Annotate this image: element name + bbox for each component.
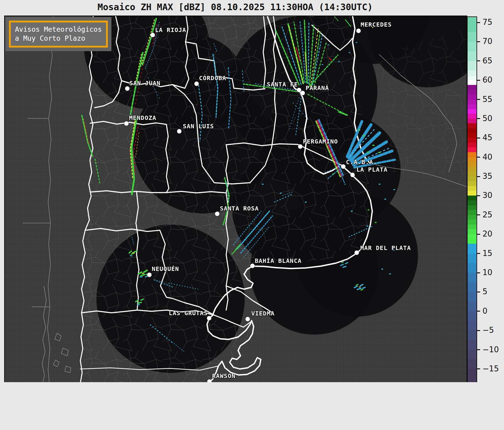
radar-map: LA RIOJAMERCEDESSAN JUANCÓRDOBASANTA FEP… <box>4 16 467 383</box>
city-marker-mendoza <box>124 121 129 126</box>
city-marker-c-a-b-a <box>341 164 346 169</box>
city-marker-la-plata <box>350 173 355 177</box>
colorbar-tick-45 <box>477 138 480 138</box>
city-label-rawson: RAWSON <box>212 372 235 379</box>
city-label-santa-rosa: SANTA ROSA <box>220 205 259 212</box>
colorbar-label-15: 15 <box>482 249 492 258</box>
city-label-pergamino: PERGAMINO <box>303 138 338 145</box>
colorbar-label-5: 5 <box>482 287 488 296</box>
colorbar-tick-50 <box>477 118 480 119</box>
city-marker-c-rdoba <box>194 82 199 86</box>
city-marker-la-rioja <box>151 33 155 37</box>
city-label-mar-del-plata: MAR DEL PLATA <box>360 244 411 251</box>
city-marker-san-luis <box>177 129 182 134</box>
page-title: Mosaico ZH MAX [dBZ] 08.10.2025 11:30HOA… <box>4 2 466 12</box>
colorbar-tick-40 <box>477 157 480 158</box>
colorbar-tick-70 <box>477 41 480 42</box>
city-label-paran: PARANÁ <box>306 84 329 92</box>
city-label-la-rioja: LA RIOJA <box>155 26 186 33</box>
radar-product-page: { "title": "Mosaico ZH MAX [dBZ] 08.10.2… <box>0 0 504 430</box>
city-marker-paran <box>301 91 305 95</box>
city-marker-mercedes <box>356 29 361 33</box>
city-marker-viedma <box>246 317 250 321</box>
colorbar-tick-5 <box>477 292 480 292</box>
colorbar-label-60: 60 <box>482 76 492 85</box>
warning-line-2: a Muy Corto Plazo <box>15 34 102 43</box>
colorbar-label-35: 35 <box>482 172 492 181</box>
city-label-las-grutas: LAS GRUTAS <box>169 309 208 317</box>
colorbar-label-20: 20 <box>482 230 492 239</box>
city-marker-bah-a-blanca <box>250 264 255 268</box>
city-label-c-a-b-a: C.A.B.A. <box>346 158 377 166</box>
colorbar-tick-20 <box>477 234 480 235</box>
colorbar-tick-0 <box>477 311 480 312</box>
colorbar-label-65: 65 <box>482 56 492 65</box>
city-label-viedma: VIEDMA <box>251 310 275 317</box>
colorbar-tick--5 <box>477 330 480 331</box>
colorbar-label-0: 0 <box>482 307 488 315</box>
city-label-c-rdoba: CÓRDOBA <box>199 74 226 82</box>
colorbar-tick-30 <box>477 195 480 196</box>
city-marker-neuqu-n <box>147 273 152 277</box>
city-layer: LA RIOJAMERCEDESSAN JUANCÓRDOBASANTA FEP… <box>5 16 467 383</box>
colorbar-label-75: 75 <box>482 18 492 27</box>
city-label-san-luis: SAN LUIS <box>183 123 214 130</box>
colorbar-label-50: 50 <box>482 114 492 123</box>
colorbar-label-30: 30 <box>482 191 492 200</box>
colorbar-tick-55 <box>477 99 480 100</box>
city-label-neuqu-n: NEUQUÉN <box>152 265 179 272</box>
city-label-bah-a-blanca: BAHÍA BLANCA <box>255 257 302 264</box>
city-label-la-plata: LA PLATA <box>356 166 387 173</box>
footer-logos: Servicio Meteorológico Nacional Argentin… <box>0 382 504 430</box>
city-marker-santa-rosa <box>215 212 220 216</box>
colorbar-tick-15 <box>477 253 480 254</box>
colorbar-tick-25 <box>477 214 480 215</box>
city-label-santa-fe: SANTA FE <box>267 81 298 88</box>
colorbar-label-45: 45 <box>482 133 492 142</box>
city-label-san-juan: SAN JUAN <box>129 80 160 87</box>
colorbar-label-70: 70 <box>482 37 492 46</box>
city-marker-san-juan <box>125 86 130 91</box>
colorbar-tick-65 <box>477 60 480 61</box>
warning-banner[interactable]: Avisos Meteorológicos a Muy Corto Plazo <box>5 17 111 51</box>
colorbar-label--10: −10 <box>482 345 499 354</box>
colorbar-label-25: 25 <box>482 210 492 219</box>
colorbar-label--15: −15 <box>482 364 499 373</box>
colorbar-tick-10 <box>477 272 480 273</box>
colorbar-label--5: −5 <box>482 326 494 335</box>
warning-line-1: Avisos Meteorológicos <box>15 25 102 34</box>
colorbar-label-10: 10 <box>482 268 492 277</box>
city-marker-pergamino <box>298 144 303 149</box>
colorbar-tick--15 <box>477 368 480 369</box>
colorbar-tick-60 <box>477 80 480 81</box>
colorbar-label-40: 40 <box>482 153 492 161</box>
colorbar-label-55: 55 <box>482 95 492 104</box>
colorbar-tick-75 <box>477 22 480 23</box>
city-label-mendoza: MENDOZA <box>129 114 156 121</box>
city-marker-mar-del-plata <box>355 251 359 255</box>
colorbar-tick-35 <box>477 176 480 177</box>
warning-banner-frame: Avisos Meteorológicos a Muy Corto Plazo <box>9 21 108 48</box>
city-label-mercedes: MERCEDES <box>361 21 392 28</box>
colorbar-tick--10 <box>477 349 480 350</box>
reflectivity-colorbar: 757065605550454035302520151050−5−10−15 <box>467 16 477 383</box>
